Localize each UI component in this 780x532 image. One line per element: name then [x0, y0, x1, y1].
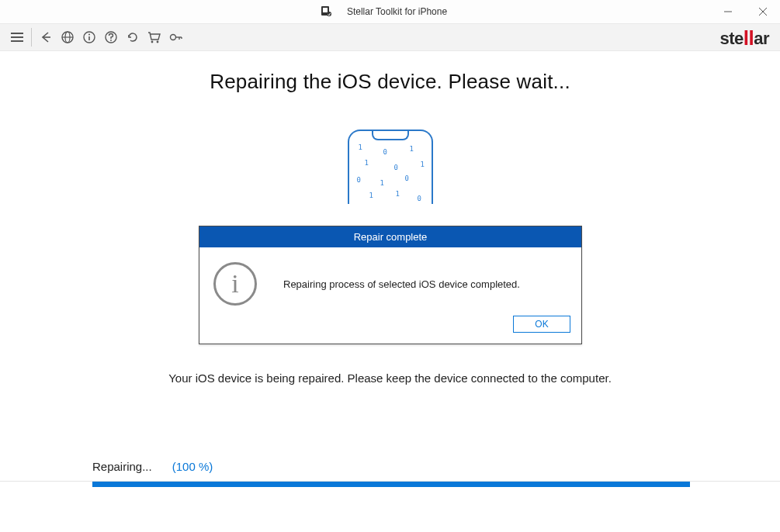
svg-point-17	[110, 40, 112, 41]
dialog-title: Repair complete	[199, 226, 581, 247]
progress-section: Repairing... (100 %)	[92, 460, 690, 487]
back-icon[interactable]	[35, 26, 57, 48]
svg-point-19	[157, 41, 159, 43]
repair-complete-dialog: Repair complete i Repairing process of s…	[199, 226, 582, 344]
app-icon	[321, 5, 331, 16]
svg-rect-1	[323, 8, 328, 12]
cart-icon[interactable]	[144, 26, 165, 48]
device-illustration: 1 0 1 1 0 1 0 1 0 1 1 0	[0, 130, 780, 204]
window-controls	[710, 0, 780, 23]
ok-button[interactable]: OK	[513, 316, 570, 333]
minimize-button[interactable]	[710, 0, 745, 23]
key-icon[interactable]	[165, 26, 187, 48]
footer-divider	[0, 481, 780, 482]
window-title: Stellar Toolkit for iPhone	[347, 6, 447, 17]
info-icon[interactable]	[78, 26, 100, 48]
menu-icon[interactable]	[6, 26, 28, 48]
progress-label: Repairing...	[92, 460, 152, 473]
progress-percent: (100 %)	[172, 460, 213, 473]
main-content: Repairing the iOS device. Please wait...…	[0, 70, 780, 499]
dialog-message: Repairing process of selected iOS device…	[283, 278, 520, 290]
status-hint: Your iOS device is being repaired. Pleas…	[0, 371, 780, 385]
progress-bar	[92, 481, 690, 487]
dialog-info-icon: i	[213, 262, 257, 306]
toolbar-separator	[31, 28, 32, 47]
svg-point-14	[88, 34, 90, 36]
window-titlebar: Stellar Toolkit for iPhone	[0, 0, 780, 23]
help-icon[interactable]	[100, 26, 122, 48]
brand-logo: stellar	[719, 26, 769, 50]
page-heading: Repairing the iOS device. Please wait...	[0, 70, 780, 94]
refresh-icon[interactable]	[122, 26, 144, 48]
close-button[interactable]	[745, 0, 780, 23]
toolbar: stellar	[0, 23, 780, 51]
svg-point-20	[171, 35, 176, 40]
globe-icon[interactable]	[57, 26, 78, 48]
svg-point-18	[151, 41, 154, 43]
